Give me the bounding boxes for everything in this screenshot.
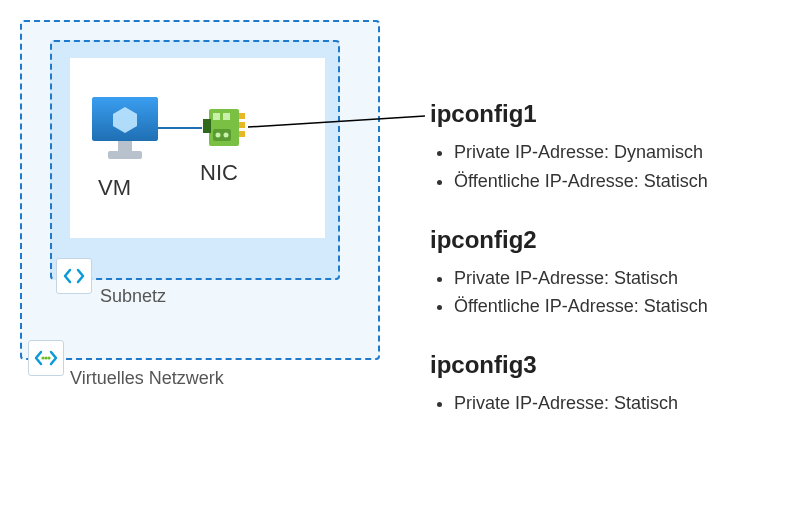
svg-point-16 bbox=[44, 356, 47, 359]
nic-icon bbox=[203, 105, 248, 150]
svg-rect-9 bbox=[203, 119, 211, 133]
ipconfig1-title: ipconfig1 bbox=[430, 100, 800, 128]
ipconfig3-block: ipconfig3 Private IP-Adresse: Statisch bbox=[430, 351, 800, 418]
svg-rect-4 bbox=[108, 151, 142, 159]
svg-rect-3 bbox=[118, 141, 132, 151]
list-item: Öffentliche IP-Adresse: Statisch bbox=[454, 292, 800, 321]
svg-rect-7 bbox=[239, 122, 245, 128]
ipconfig3-title: ipconfig3 bbox=[430, 351, 800, 379]
ipconfig-panel: ipconfig1 Private IP-Adresse: Dynamisch … bbox=[430, 100, 800, 448]
svg-rect-6 bbox=[239, 113, 245, 119]
svg-rect-8 bbox=[239, 131, 245, 137]
vm-label: VM bbox=[98, 175, 131, 201]
list-item: Private IP-Adresse: Statisch bbox=[454, 264, 800, 293]
vm-nic-connector bbox=[158, 127, 202, 131]
list-item: Private IP-Adresse: Statisch bbox=[454, 389, 800, 418]
svg-point-14 bbox=[224, 133, 229, 138]
svg-point-17 bbox=[47, 356, 50, 359]
ipconfig3-list: Private IP-Adresse: Statisch bbox=[430, 389, 800, 418]
ipconfig2-title: ipconfig2 bbox=[430, 226, 800, 254]
ipconfig2-list: Private IP-Adresse: Statisch Öffentliche… bbox=[430, 264, 800, 322]
vnet-icon bbox=[28, 340, 64, 376]
nic-label: NIC bbox=[200, 160, 238, 186]
vnet-label: Virtuelles Netzwerk bbox=[70, 368, 224, 389]
vm-icon bbox=[90, 95, 160, 163]
subnet-label: Subnetz bbox=[100, 286, 166, 307]
list-item: Öffentliche IP-Adresse: Statisch bbox=[454, 167, 800, 196]
svg-rect-11 bbox=[223, 113, 230, 120]
svg-point-15 bbox=[41, 356, 44, 359]
subnet-icon bbox=[56, 258, 92, 294]
svg-point-13 bbox=[216, 133, 221, 138]
svg-rect-10 bbox=[213, 113, 220, 120]
list-item: Private IP-Adresse: Dynamisch bbox=[454, 138, 800, 167]
ipconfig1-block: ipconfig1 Private IP-Adresse: Dynamisch … bbox=[430, 100, 800, 196]
ipconfig2-block: ipconfig2 Private IP-Adresse: Statisch Ö… bbox=[430, 226, 800, 322]
ipconfig1-list: Private IP-Adresse: Dynamisch Öffentlich… bbox=[430, 138, 800, 196]
